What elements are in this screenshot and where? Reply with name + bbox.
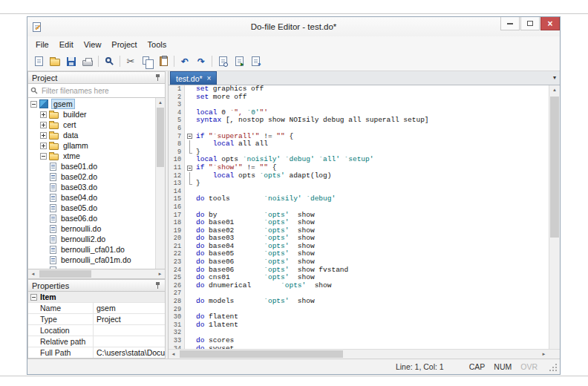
folder-icon xyxy=(49,112,59,119)
code-line[interactable]: 31do 1latent xyxy=(169,321,549,330)
tab-close-icon[interactable]: × xyxy=(207,75,212,82)
code-line[interactable]: 2set more off xyxy=(169,94,549,102)
expand-plus-icon[interactable] xyxy=(40,143,47,149)
fold-margin[interactable] xyxy=(185,133,194,141)
copy-button[interactable] xyxy=(139,53,155,70)
pin-icon[interactable] xyxy=(154,281,161,290)
tree-item-base02-do[interactable]: base02.do xyxy=(28,171,155,182)
tree-item-label: bernoulli.do xyxy=(59,224,102,233)
pin-icon[interactable] xyxy=(154,73,161,82)
tree-hscrollbar-thumb[interactable] xyxy=(39,270,91,278)
tree-item-base06-do[interactable]: base06.do xyxy=(28,213,155,223)
tree-item-base03-do[interactable]: base03.do xyxy=(28,182,155,192)
fold-collapse-icon[interactable] xyxy=(187,166,192,171)
collapse-minus-icon[interactable] xyxy=(30,101,37,108)
tree-item-base01-do[interactable]: base01.do xyxy=(28,161,155,171)
menu-item-tools[interactable]: Tools xyxy=(143,38,172,51)
do-button[interactable]: » xyxy=(247,53,264,70)
tree-scrollbar-thumb[interactable] xyxy=(157,108,164,167)
editor-horizontal-scrollbar[interactable]: ◄ ► xyxy=(169,349,560,359)
run-button[interactable]: ▸ xyxy=(231,53,247,70)
tree-item-base04-do[interactable]: base04.do xyxy=(28,192,155,203)
tab-test-do[interactable]: test.do* × xyxy=(170,71,217,85)
tree-horizontal-scrollbar[interactable]: ◄ ► xyxy=(27,269,166,279)
minimize-button[interactable] xyxy=(500,17,520,30)
fold-collapse-icon[interactable] xyxy=(187,134,192,139)
maximize-button[interactable] xyxy=(520,17,540,30)
tree-item-gllamm[interactable]: gllamm xyxy=(28,140,155,151)
titlebar[interactable]: Do-file Editor - test.do* × xyxy=(27,17,560,36)
do-file-icon xyxy=(50,246,56,254)
redo-button[interactable]: ↷ xyxy=(193,53,209,70)
paste-button[interactable] xyxy=(155,53,172,70)
tree-item-bernoulli-cfa01m-do[interactable]: bernoulli_cfa01m.do xyxy=(28,255,155,265)
tree-item-bernoulli-cfa01-do[interactable]: bernoulli_cfa01.do xyxy=(28,244,155,255)
code-line[interactable]: 8 local all all xyxy=(169,140,549,148)
expand-plus-icon[interactable] xyxy=(40,132,47,139)
property-value[interactable] xyxy=(94,336,165,347)
tree-item-cert[interactable]: cert xyxy=(28,120,155,130)
scroll-right-arrow-icon[interactable]: ► xyxy=(155,269,165,279)
tree-item-data[interactable]: data xyxy=(28,130,155,140)
editor-hscrollbar-thumb[interactable] xyxy=(180,350,343,358)
code-line[interactable]: 13} xyxy=(169,180,549,188)
property-value[interactable]: Project xyxy=(94,314,165,324)
line-number: 4 xyxy=(169,109,185,117)
code-line[interactable]: 5syntax [, nostop show NOIsily debug all… xyxy=(169,117,549,125)
scroll-left-arrow-icon[interactable]: ◄ xyxy=(169,350,178,359)
tree-item-base05-do[interactable]: base05.do xyxy=(28,203,155,213)
preview-button[interactable] xyxy=(215,53,231,70)
tree-item-xtme[interactable]: xtme xyxy=(28,151,155,161)
property-value[interactable] xyxy=(94,325,165,336)
menu-item-view[interactable]: View xyxy=(79,38,107,51)
line-number: 27 xyxy=(169,290,185,298)
code-line[interactable]: 26do dnumerical `opts' show xyxy=(169,282,549,290)
print-button[interactable] xyxy=(79,53,96,70)
folder-icon xyxy=(49,133,59,140)
filter-input[interactable] xyxy=(40,86,163,96)
project-tree[interactable]: ▲ gsembuildercertdatagllammxtmebase01.do… xyxy=(27,98,166,269)
line-number: 14 xyxy=(169,188,185,196)
editor-scrollbar-thumb[interactable] xyxy=(550,96,559,238)
tab-list-chevron-down-icon[interactable]: ▾ xyxy=(553,74,556,81)
editor-vertical-scrollbar[interactable]: ▲ xyxy=(549,85,560,349)
do-file-icon xyxy=(50,204,56,212)
tree-item-gsem[interactable]: gsem xyxy=(28,99,155,109)
expand-plus-icon[interactable] xyxy=(40,122,47,128)
collapse-minus-icon[interactable] xyxy=(40,153,47,160)
menu-item-project[interactable]: Project xyxy=(106,38,142,51)
new-file-button[interactable] xyxy=(30,53,47,70)
resize-grip[interactable] xyxy=(549,363,558,372)
menu-item-edit[interactable]: Edit xyxy=(54,38,79,51)
tree-vertical-scrollbar[interactable]: ▲ xyxy=(155,98,165,269)
scroll-up-arrow-icon[interactable]: ▲ xyxy=(549,85,560,94)
code-line[interactable]: 15do tools `noisily' `debug' xyxy=(169,195,549,203)
scroll-right-arrow-icon[interactable]: ► xyxy=(539,350,549,359)
do-icon: » xyxy=(252,56,260,66)
scroll-up-arrow-icon[interactable]: ▲ xyxy=(156,98,165,107)
expand-plus-icon[interactable] xyxy=(40,111,47,118)
property-group-item[interactable]: Item xyxy=(28,292,165,303)
property-value[interactable]: C:\users\stata\Docume xyxy=(94,347,165,358)
find-button[interactable] xyxy=(101,53,117,70)
undo-button[interactable]: ↶ xyxy=(177,53,193,70)
menu-item-file[interactable]: File xyxy=(30,38,54,51)
tree-item-builder[interactable]: builder xyxy=(28,109,155,120)
code-area[interactable]: 1set graphics off2set more off34local 0 … xyxy=(169,85,549,349)
collapse-minus-icon[interactable] xyxy=(30,294,37,301)
property-value[interactable]: gsem xyxy=(94,303,165,313)
cut-button[interactable]: ✂ xyxy=(122,53,139,70)
do-file-icon xyxy=(50,163,56,171)
open-button[interactable] xyxy=(47,53,63,70)
line-number: 5 xyxy=(169,117,185,125)
code-text: do 1latent xyxy=(194,321,238,330)
tree-item-bernoulli-do[interactable]: bernoulli.do xyxy=(28,223,155,234)
scroll-left-arrow-icon[interactable]: ◄ xyxy=(28,269,38,279)
close-button[interactable]: × xyxy=(540,17,560,30)
save-button[interactable] xyxy=(63,53,79,70)
fold-margin[interactable] xyxy=(185,164,194,172)
tree-item-bernoulli2-do[interactable]: bernoulli2.do xyxy=(28,234,155,244)
property-label: Relative path xyxy=(28,336,94,347)
code-line[interactable]: 12 local opts `opts' adapt(log) xyxy=(169,172,549,180)
code-line[interactable]: 28do models `opts' show xyxy=(169,298,549,306)
